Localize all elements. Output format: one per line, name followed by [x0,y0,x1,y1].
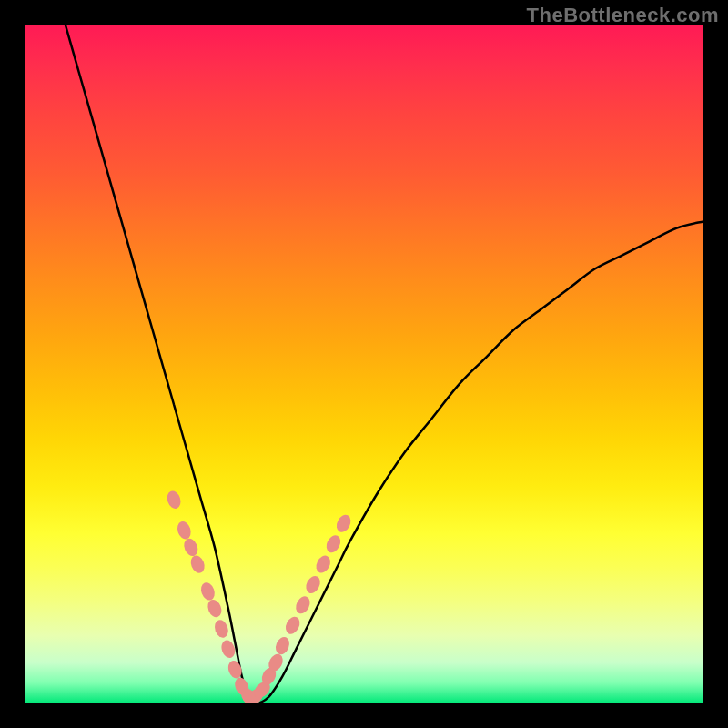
chart-frame: TheBottleneck.com [0,0,728,728]
watermark-text: TheBottleneck.com [527,4,719,27]
chart-svg [25,25,703,703]
plot-area [25,25,703,703]
bottleneck-curve [66,25,703,703]
